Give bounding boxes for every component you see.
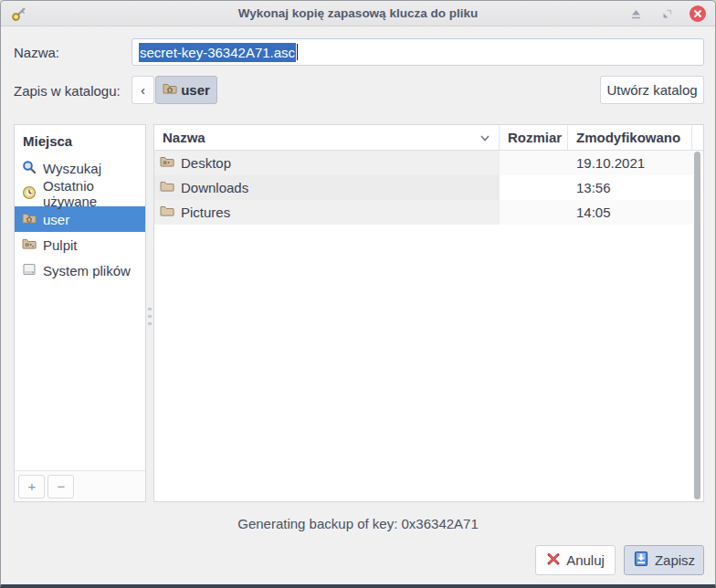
save-in-folder-label: Zapis w katalogu: bbox=[14, 83, 121, 99]
create-folder-label: Utwórz katalog bbox=[606, 82, 697, 98]
window-title: Wykonaj kopię zapasową klucza do pliku bbox=[1, 6, 715, 20]
file-row-downloads[interactable]: Downloads 13:56 bbox=[154, 175, 703, 200]
chevron-down-icon bbox=[479, 130, 490, 145]
place-label: user bbox=[43, 212, 69, 227]
create-folder-button[interactable]: Utwórz katalog bbox=[600, 76, 704, 104]
place-label: System plików bbox=[43, 263, 131, 278]
file-row-pictures[interactable]: Pictures 14:05 bbox=[154, 200, 703, 225]
place-item-home[interactable]: user bbox=[15, 206, 145, 232]
minus-icon: − bbox=[58, 478, 65, 494]
place-item-desktop[interactable]: Pulpit bbox=[15, 232, 145, 257]
filesystem-disk-icon bbox=[22, 262, 37, 279]
red-x-icon bbox=[546, 551, 561, 569]
cancel-label: Anuluj bbox=[566, 552, 605, 568]
folder-icon bbox=[160, 179, 174, 196]
place-item-recent[interactable]: Ostatnio używane bbox=[15, 181, 145, 206]
chevron-left-icon: ‹ bbox=[141, 82, 145, 98]
window-controls bbox=[627, 5, 706, 22]
cancel-button[interactable]: Anuluj bbox=[535, 545, 616, 575]
file-size bbox=[500, 175, 568, 200]
file-name: Pictures bbox=[181, 205, 230, 220]
path-segment-user[interactable]: user bbox=[155, 76, 217, 104]
name-label: Nazwa: bbox=[14, 45, 59, 60]
remove-bookmark-button[interactable]: − bbox=[47, 475, 74, 499]
place-label: Wyszukaj bbox=[43, 161, 101, 176]
places-sidebar: Miejsca Wyszukaj Ostatnio używane bbox=[14, 124, 146, 502]
file-row-desktop[interactable]: Desktop 19.10.2021 bbox=[154, 151, 703, 175]
column-header-size[interactable]: Rozmiar bbox=[500, 125, 568, 150]
column-header-name[interactable]: Nazwa bbox=[154, 125, 500, 150]
search-icon bbox=[22, 160, 37, 177]
file-name: Downloads bbox=[181, 180, 248, 195]
place-label: Pulpit bbox=[43, 237, 78, 253]
text-caret bbox=[297, 44, 298, 60]
place-item-search[interactable]: Wyszukaj bbox=[15, 155, 145, 181]
column-header-modified[interactable]: Zmodyfikowano bbox=[568, 125, 692, 150]
file-modified: 13:56 bbox=[568, 175, 692, 200]
folder-icon bbox=[160, 204, 174, 221]
file-size bbox=[500, 151, 568, 175]
file-list-header: Nazwa Rozmiar Zmodyfikowano bbox=[154, 125, 703, 151]
status-message: Generating backup of key: 0x36342A71 bbox=[1, 516, 715, 531]
pane-resize-handle[interactable] bbox=[147, 308, 152, 328]
restore-icon[interactable] bbox=[658, 5, 675, 22]
place-item-filesystem[interactable]: System plików bbox=[15, 257, 145, 283]
places-header: Miejsca bbox=[15, 125, 145, 155]
shade-icon[interactable] bbox=[627, 5, 644, 22]
save-key-dialog: Wykonaj kopię zapasową klucza do pliku bbox=[0, 0, 716, 588]
save-button[interactable]: Zapisz bbox=[624, 545, 704, 575]
save-label: Zapisz bbox=[655, 552, 695, 568]
file-size bbox=[500, 200, 568, 225]
add-bookmark-button[interactable]: + bbox=[18, 475, 45, 499]
file-modified: 19.10.2021 bbox=[568, 151, 692, 175]
vertical-scrollbar[interactable] bbox=[693, 152, 701, 499]
path-segment-label: user bbox=[181, 82, 210, 98]
path-back-button[interactable]: ‹ bbox=[132, 76, 154, 104]
filename-input[interactable]: secret-key-36342A71.asc bbox=[132, 38, 704, 66]
desktop-folder-icon bbox=[22, 236, 37, 254]
plus-icon: + bbox=[28, 478, 36, 494]
desktop-folder-icon bbox=[160, 154, 174, 172]
home-folder-icon bbox=[163, 81, 177, 99]
file-list: Nazwa Rozmiar Zmodyfikowano bbox=[153, 124, 704, 502]
save-down-icon bbox=[633, 551, 649, 570]
file-name: Desktop bbox=[181, 155, 231, 171]
filename-selected-text: secret-key-36342A71.asc bbox=[139, 43, 296, 62]
place-label: Ostatnio używane bbox=[43, 178, 145, 209]
home-folder-icon bbox=[22, 211, 37, 228]
file-modified: 14:05 bbox=[568, 200, 692, 225]
scrollbar-thumb[interactable] bbox=[694, 152, 700, 499]
titlebar[interactable]: Wykonaj kopię zapasową klucza do pliku bbox=[1, 1, 715, 26]
bookmark-toolbar: + − bbox=[15, 470, 145, 501]
recent-clock-icon bbox=[22, 185, 37, 203]
close-icon[interactable] bbox=[690, 5, 706, 22]
